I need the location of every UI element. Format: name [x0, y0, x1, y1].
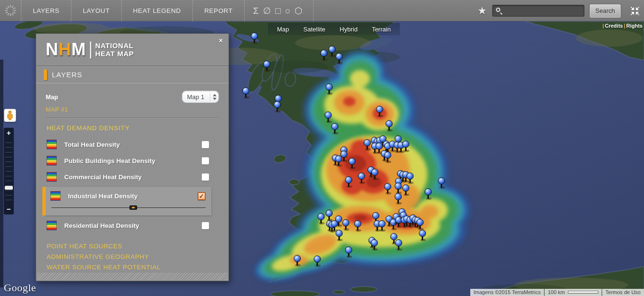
panel-content: Map Map 1 MAP #1 HEAT DEMAND DENSITY Tot…: [36, 83, 228, 273]
map-pin[interactable]: [358, 173, 366, 185]
layer-checkbox[interactable]: [202, 157, 209, 164]
map-pin[interactable]: [317, 213, 325, 225]
opacity-slider-handle[interactable]: [129, 205, 137, 210]
menu-item-layout[interactable]: LAYOUT: [71, 0, 122, 21]
map-pin[interactable]: [263, 61, 271, 73]
map-pin[interactable]: [376, 106, 384, 118]
layer-row-residential-heat-density[interactable]: Residential Heat Density: [36, 217, 228, 234]
zoom-slider-track[interactable]: [5, 138, 12, 204]
map-pin[interactable]: [384, 183, 392, 195]
map-pin[interactable]: [328, 46, 336, 58]
layer-row-commercial-heat-density[interactable]: Commercial Heat Density: [36, 169, 228, 185]
credit-link-credits[interactable]: Credits: [605, 23, 623, 29]
menu-item-layers[interactable]: LAYERS: [21, 0, 71, 21]
map-type-hybrid[interactable]: Hybrid: [333, 26, 365, 33]
spinner-arrows-icon[interactable]: [210, 92, 218, 102]
layer-checkbox[interactable]: [202, 222, 209, 229]
zoom-in-button[interactable]: +: [4, 129, 14, 137]
map-pin[interactable]: [320, 50, 328, 62]
layer-row-total-heat-density[interactable]: Total Heat Density: [36, 136, 228, 153]
sum-icon[interactable]: Σ: [253, 0, 259, 21]
map-number-label: MAP #1: [36, 103, 228, 113]
pin-shadow: [372, 248, 378, 251]
square-shape-icon[interactable]: □: [275, 0, 280, 21]
pegman-streetview-button[interactable]: [4, 109, 16, 122]
map-pin[interactable]: [371, 169, 379, 181]
layer-row-public-buildings-heat-density[interactable]: Public Buildings Heat Density: [36, 153, 228, 169]
pin-shadow: [426, 197, 432, 200]
search-input[interactable]: [505, 5, 583, 16]
map-pin[interactable]: [294, 255, 301, 267]
panel-link-administrative-geography[interactable]: ADMINISTRATIVE GEOGRAPHY: [47, 252, 228, 262]
map-pin[interactable]: [438, 177, 446, 190]
spinner-up-icon[interactable]: [213, 94, 217, 96]
map-pin[interactable]: [274, 101, 281, 113]
map-type-terrain[interactable]: Terrain: [365, 26, 398, 33]
layer-checkbox[interactable]: [202, 141, 209, 148]
map-pin[interactable]: [364, 139, 371, 152]
map-type-satellite[interactable]: Satellite: [296, 26, 332, 33]
layer-row-industrial-heat-density[interactable]: Industrial Heat Density✓: [46, 187, 211, 215]
pin-shadow: [420, 239, 426, 241]
map-pin[interactable]: [402, 141, 410, 153]
map-type-map[interactable]: Map: [270, 26, 296, 33]
pin-shadow: [387, 129, 393, 132]
map-pin[interactable]: [402, 184, 410, 197]
pin-ball: [251, 32, 258, 40]
top-toolbar: LAYERSLAYOUTHEAT LEGENDREPORT Σ∅□○⬡ ★ Se…: [0, 0, 644, 21]
map-pin[interactable]: [331, 123, 339, 135]
map-pin[interactable]: [406, 173, 414, 185]
map-select[interactable]: Map 1: [182, 91, 219, 103]
map-pin[interactable]: [336, 53, 343, 65]
pin-shadow: [350, 167, 356, 169]
panel-link-water-source-heat-potential[interactable]: WATER SOURCE HEAT POTENTIAL: [47, 262, 228, 273]
panel-close-button[interactable]: ×: [219, 37, 223, 44]
opacity-slider[interactable]: [51, 205, 206, 211]
map-pin[interactable]: [242, 87, 250, 100]
pin-ball: [386, 120, 393, 127]
panel-link-point-heat-sources[interactable]: POINT HEAT SOURCES: [47, 241, 228, 252]
layers-panel: × NHM NATIONAL HEAT MAP LAYERS Map Map 1: [36, 33, 229, 281]
map-pin[interactable]: [419, 230, 426, 242]
map-pin[interactable]: [354, 220, 362, 233]
empty-set-icon[interactable]: ∅: [263, 0, 271, 21]
map-pin[interactable]: [371, 239, 378, 252]
map-pin[interactable]: [251, 32, 258, 45]
spinner-down-icon[interactable]: [213, 98, 217, 100]
map-pin[interactable]: [326, 83, 333, 96]
panel-resize-grip[interactable]: [37, 273, 228, 280]
zoom-out-button[interactable]: −: [4, 205, 14, 214]
map-pin[interactable]: [395, 193, 402, 205]
layer-checkbox[interactable]: ✓: [198, 192, 206, 200]
map-pin[interactable]: [425, 188, 432, 201]
pin-ball: [425, 188, 432, 195]
map-pin[interactable]: [386, 120, 393, 133]
favorites-star-icon[interactable]: ★: [477, 5, 487, 17]
layer-checkbox[interactable]: [202, 174, 209, 181]
zoom-slider[interactable]: + −: [4, 128, 14, 214]
map-pin[interactable]: [384, 152, 392, 164]
map-pin[interactable]: [345, 176, 353, 189]
scale-control: 100 km: [545, 289, 602, 296]
terms-link[interactable]: Termos de Uso: [605, 289, 641, 295]
map-pin[interactable]: [314, 255, 321, 268]
map-pin[interactable]: [348, 158, 356, 170]
menu-item-report[interactable]: REPORT: [193, 0, 245, 21]
map-pin[interactable]: [336, 230, 343, 242]
map-pin[interactable]: [378, 220, 386, 233]
search-button[interactable]: Search: [590, 4, 621, 18]
layer-label: Total Heat Density: [64, 141, 202, 148]
map-pin[interactable]: [345, 246, 353, 259]
collapse-fullscreen-icon[interactable]: [630, 6, 640, 16]
credit-link-rights[interactable]: Rights: [626, 23, 643, 29]
menu-item-heat-legend[interactable]: HEAT LEGEND: [122, 0, 193, 21]
map-label: Map: [46, 93, 58, 101]
polygon-shape-icon[interactable]: ⬡: [295, 0, 303, 21]
zoom-slider-handle[interactable]: [5, 186, 13, 190]
map-pin[interactable]: [335, 155, 343, 168]
layer-list: Total Heat DensityPublic Buildings Heat …: [36, 136, 228, 234]
map-pin[interactable]: [342, 219, 350, 232]
map-pin[interactable]: [325, 112, 332, 124]
circle-shape-icon[interactable]: ○: [285, 0, 290, 21]
map-pin[interactable]: [395, 239, 403, 252]
